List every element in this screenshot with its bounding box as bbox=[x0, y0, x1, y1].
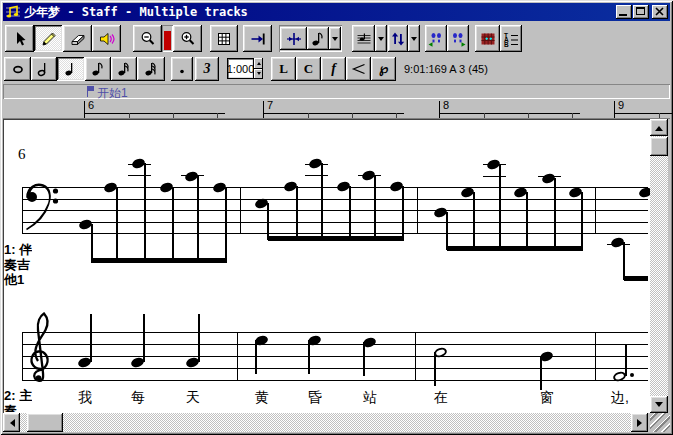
scroll-up-button[interactable] bbox=[650, 119, 668, 136]
chevron-down-icon bbox=[411, 37, 417, 44]
duration-spinner[interactable]: 1:000 bbox=[227, 58, 263, 79]
pedal-in-button[interactable] bbox=[425, 25, 447, 52]
audition-tool-button[interactable] bbox=[92, 25, 121, 52]
track-label-track-1[interactable]: 1: 伴奏吉他1 bbox=[4, 242, 32, 287]
grid-button[interactable] bbox=[210, 25, 238, 52]
fretboard-icon bbox=[480, 31, 496, 47]
triplet-button[interactable]: 3 bbox=[195, 57, 219, 81]
beam bbox=[624, 276, 648, 281]
lyric-syllable[interactable]: 在 bbox=[419, 389, 463, 407]
note-stem bbox=[91, 224, 93, 262]
scroll-right-button[interactable] bbox=[631, 413, 648, 432]
quarter-note-button[interactable] bbox=[57, 57, 85, 81]
note-duration-dropdown[interactable] bbox=[329, 27, 341, 50]
notehead[interactable] bbox=[77, 356, 92, 369]
chord-button[interactable]: C bbox=[296, 57, 321, 81]
vertical-scrollbar[interactable] bbox=[650, 119, 668, 413]
lyric-syllable[interactable]: 昏 bbox=[293, 389, 337, 407]
lyric-syllable[interactable]: 黄 bbox=[240, 389, 284, 407]
beat-tick bbox=[572, 113, 573, 118]
snap-button[interactable] bbox=[280, 27, 307, 50]
notehead[interactable] bbox=[130, 356, 145, 369]
zoom-in-button[interactable] bbox=[173, 25, 202, 52]
system-barline bbox=[22, 332, 23, 381]
dotted-note-button[interactable] bbox=[171, 57, 193, 81]
maximize-button[interactable] bbox=[633, 5, 649, 19]
zoom-out-icon bbox=[140, 31, 156, 47]
note-8-icon bbox=[90, 61, 106, 77]
notehead[interactable] bbox=[185, 356, 200, 369]
marker-flag-icon[interactable] bbox=[87, 86, 88, 97]
measure-ruler[interactable]: 6789 bbox=[3, 99, 670, 119]
notehead[interactable] bbox=[638, 186, 650, 199]
staff-view-dropdown[interactable] bbox=[375, 25, 387, 52]
lyric-syllable[interactable]: 窗 bbox=[525, 389, 569, 407]
scroll-left-button[interactable] bbox=[3, 413, 20, 432]
select-tool-button[interactable] bbox=[5, 25, 34, 52]
sixteenth-note-button[interactable] bbox=[111, 57, 137, 81]
thirtysecond-note-button[interactable] bbox=[137, 57, 165, 81]
titlebar[interactable]: 少年梦 - Staff - Multiple tracks bbox=[3, 3, 670, 21]
main-toolbar: TAB bbox=[4, 25, 522, 52]
measure-number: 7 bbox=[267, 99, 273, 111]
up-arrow-icon bbox=[655, 122, 663, 131]
lyric-syllable[interactable]: 站 bbox=[348, 389, 392, 407]
app-icon bbox=[5, 4, 21, 20]
horizontal-scrollbar[interactable] bbox=[3, 413, 648, 432]
maximize-icon bbox=[636, 7, 645, 15]
bass-clef-icon bbox=[24, 182, 60, 238]
lyric-button[interactable]: L bbox=[271, 57, 296, 81]
resize-grip[interactable] bbox=[650, 413, 670, 432]
zoom-out-button[interactable] bbox=[133, 25, 162, 52]
note-stem bbox=[225, 187, 227, 262]
position-readout: 9:01:169 A 3 (45) bbox=[404, 63, 488, 75]
hairpin-button[interactable] bbox=[346, 57, 371, 81]
fretboard-button[interactable] bbox=[475, 25, 500, 52]
pedal-out-button[interactable] bbox=[447, 25, 469, 52]
vertical-scroll-thumb[interactable] bbox=[650, 137, 668, 156]
scroll-down-button[interactable] bbox=[650, 396, 668, 413]
window-title: 少年梦 - Staff - Multiple tracks bbox=[24, 4, 616, 21]
barline bbox=[595, 332, 596, 381]
note-duration-button[interactable] bbox=[307, 27, 329, 50]
svg-text:B: B bbox=[504, 40, 509, 46]
ledger-line bbox=[305, 175, 328, 176]
expression-button[interactable]: f bbox=[321, 57, 346, 81]
close-button[interactable] bbox=[652, 5, 668, 19]
beat-tick bbox=[173, 113, 174, 118]
beat-tick bbox=[352, 113, 353, 118]
lyric-syllable[interactable]: 边, bbox=[598, 389, 642, 407]
staff-view-button[interactable] bbox=[352, 25, 375, 52]
note-quarter-icon bbox=[63, 61, 79, 77]
goto-button[interactable] bbox=[243, 25, 272, 52]
note-stem bbox=[349, 186, 351, 240]
lyric-syllable[interactable]: 天 bbox=[171, 389, 215, 407]
half-note-button[interactable] bbox=[31, 57, 57, 81]
fit-content-dropdown[interactable] bbox=[408, 25, 420, 52]
tablature-button[interactable]: TAB bbox=[500, 25, 522, 52]
staff-line bbox=[22, 368, 648, 369]
spin-down-button[interactable] bbox=[254, 69, 263, 80]
erase-tool-button[interactable] bbox=[63, 25, 92, 52]
pedal-marking-button[interactable]: ℘ bbox=[371, 57, 396, 81]
note-stem bbox=[499, 164, 501, 250]
minimize-button[interactable] bbox=[616, 5, 632, 19]
arrow-cursor-icon bbox=[12, 31, 28, 47]
lyric-syllable[interactable]: 每 bbox=[116, 389, 160, 407]
eighth-note-button[interactable] bbox=[85, 57, 111, 81]
horizontal-scroll-thumb[interactable] bbox=[27, 413, 63, 432]
whole-note-button[interactable] bbox=[4, 57, 31, 81]
draw-tool-button[interactable] bbox=[34, 25, 63, 52]
beat-tick bbox=[129, 113, 130, 118]
lyric-syllable[interactable]: 我 bbox=[63, 389, 107, 407]
fit-content-button[interactable] bbox=[388, 25, 408, 52]
track-label-track-2[interactable]: 2: 主奏 bbox=[4, 388, 32, 412]
duration-spinner-value[interactable]: 1:000 bbox=[227, 58, 254, 79]
staff-line bbox=[22, 380, 648, 381]
barline bbox=[595, 187, 596, 234]
spin-up-button[interactable] bbox=[254, 58, 263, 69]
measure-tick bbox=[84, 101, 85, 118]
barline bbox=[240, 187, 241, 234]
marker-strip[interactable]: 开始1 bbox=[3, 84, 670, 99]
down-arrow-icon bbox=[655, 402, 663, 411]
